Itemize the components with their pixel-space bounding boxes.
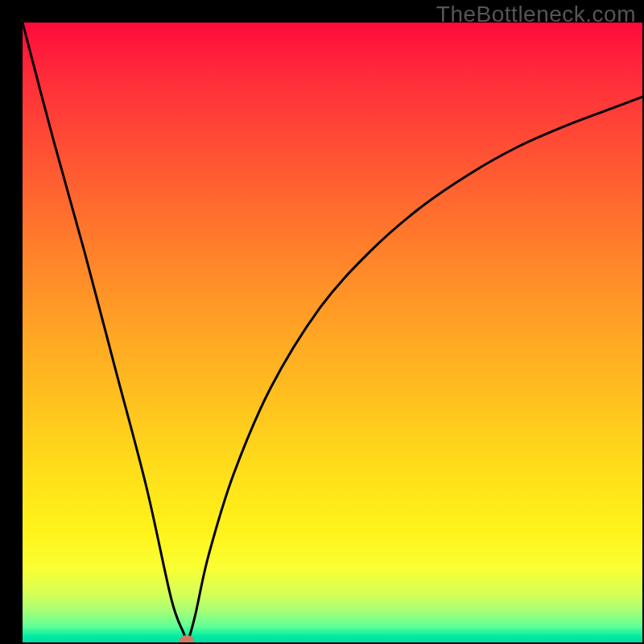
watermark-text: TheBottleneck.com <box>436 2 636 27</box>
chart-container: TheBottleneck.com <box>0 0 644 644</box>
optimal-point-marker <box>180 635 194 642</box>
plot-area <box>23 23 642 642</box>
bottleneck-curve <box>23 23 642 642</box>
